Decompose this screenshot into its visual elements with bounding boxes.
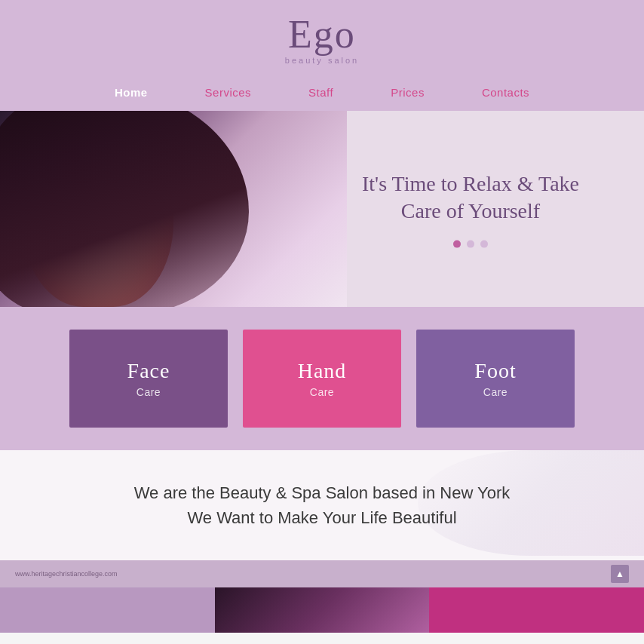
service-card-hand[interactable]: Hand Care: [243, 330, 401, 428]
about-line2: We Want to Make Your Life Beautiful: [60, 505, 584, 530]
hero-carousel-dots: [342, 240, 599, 247]
hero-image: [0, 111, 347, 307]
nav-home[interactable]: Home: [109, 83, 154, 102]
bottom-preview-strip: [0, 587, 644, 633]
logo-subtitle: beauty salon: [0, 56, 644, 65]
scroll-top-button[interactable]: ▲: [611, 565, 629, 583]
logo-title: Ego: [0, 15, 644, 54]
face-care-title: Face: [127, 359, 170, 383]
footer-bar: www.heritagechristiancollege.com ▲: [0, 560, 644, 587]
strip-item-2: [215, 587, 430, 633]
nav-prices[interactable]: Prices: [385, 83, 431, 102]
hero-text-block: It's Time to Relax & Take Care of Yourse…: [342, 170, 599, 248]
foot-care-subtitle: Care: [483, 386, 508, 398]
nav-services[interactable]: Services: [199, 83, 258, 102]
service-card-face[interactable]: Face Care: [69, 330, 228, 428]
carousel-dot-2[interactable]: [467, 240, 474, 247]
about-text: We are the Beauty & Spa Salon based in N…: [60, 480, 584, 530]
nav-staff[interactable]: Staff: [302, 83, 339, 102]
face-care-subtitle: Care: [136, 386, 161, 398]
about-line1: We are the Beauty & Spa Salon based in N…: [60, 480, 584, 505]
carousel-dot-3[interactable]: [480, 240, 488, 247]
footer-url: www.heritagechristiancollege.com: [15, 570, 118, 578]
strip-item-3: [429, 587, 644, 633]
strip-item-1: [0, 587, 215, 633]
hand-care-subtitle: Care: [310, 386, 334, 398]
navigation: Home Services Staff Prices Contacts: [0, 74, 644, 111]
scroll-top-arrow-icon: ▲: [615, 569, 624, 578]
hand-care-title: Hand: [298, 359, 347, 383]
hero-banner: It's Time to Relax & Take Care of Yourse…: [0, 111, 644, 307]
about-section: We are the Beauty & Spa Salon based in N…: [0, 450, 644, 560]
hero-heading: It's Time to Relax & Take Care of Yourse…: [342, 170, 599, 225]
services-section: Face Care Hand Care Foot Care: [0, 307, 644, 450]
carousel-dot-1[interactable]: [453, 240, 461, 247]
nav-contacts[interactable]: Contacts: [476, 83, 535, 102]
foot-care-title: Foot: [474, 359, 516, 383]
header: Ego beauty salon Home Services Staff Pri…: [0, 0, 644, 111]
service-card-foot[interactable]: Foot Care: [416, 330, 575, 428]
